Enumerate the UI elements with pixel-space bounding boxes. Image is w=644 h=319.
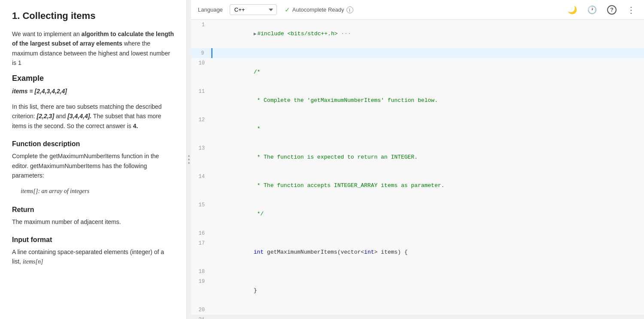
table-row: 18 [191, 267, 644, 276]
line-number: 17 [191, 238, 212, 267]
line-number: 11 [191, 86, 212, 115]
intro-paragraph: We want to implement an algorithm to cal… [12, 29, 174, 68]
table-row: 15 */ [191, 200, 644, 228]
example-paragraph: In this list, there are two subsets matc… [12, 102, 174, 131]
table-row: 12 * [191, 115, 644, 143]
table-row: 1 ▶#include <bits/stdc++.h> ··· [191, 20, 644, 48]
code-text2: > items) { [374, 249, 407, 255]
line-number: 16 [191, 228, 212, 238]
input-paragraph: A line containing space-separated elemen… [12, 247, 174, 267]
line-number: 14 [191, 172, 212, 200]
items-param: items[]: an array of integers [12, 186, 174, 196]
keyword-int: int [254, 249, 264, 255]
include-directive: #include <bits/stdc++.h> [257, 31, 337, 37]
example-items-text: items = [2,4,3,4,2,4] [12, 88, 67, 95]
items-param-text: items[]: an array of integers [21, 188, 89, 194]
vertical-dots-icon: ⋮ [627, 5, 635, 15]
func-desc-heading: Function description [12, 140, 174, 148]
comment-text: /* [254, 69, 261, 75]
history-button[interactable]: 🕐 [585, 3, 599, 16]
line-number: 15 [191, 200, 212, 228]
input-math: items[n] [23, 258, 43, 265]
comment-text: * [254, 126, 261, 132]
code-lines-table: 1 ▶#include <bits/stdc++.h> ··· 9 10 /* [191, 20, 644, 319]
table-row: 16 [191, 228, 644, 238]
closing-brace: } [254, 287, 257, 294]
table-row: 20 [191, 305, 644, 315]
language-label: Language [198, 6, 223, 13]
table-row: 13 * The function is expected to return … [191, 143, 644, 172]
line-number: 12 [191, 115, 212, 143]
problem-description-panel: 1. Collecting items We want to implement… [0, 0, 187, 319]
line-number: 9 [191, 48, 212, 58]
line-content: * The function is expected to return an … [212, 143, 644, 172]
line-content: ▶#include <bits/stdc++.h> ··· [212, 20, 644, 48]
line-number: 18 [191, 267, 212, 276]
line-content: /* [212, 58, 644, 86]
line-number: 19 [191, 276, 212, 305]
line-content [212, 267, 644, 276]
panel-divider[interactable] [187, 0, 191, 319]
autocomplete-check-icon: ✓ [285, 6, 290, 14]
divider-dot-2 [188, 159, 190, 160]
table-row: 9 [191, 48, 644, 58]
example-answer: 4. [133, 123, 138, 129]
line-content[interactable] [212, 48, 644, 58]
autocomplete-info-icon[interactable]: i [346, 6, 353, 13]
intro-text: We want to implement an [12, 31, 82, 37]
line-content [212, 305, 644, 315]
code-text: getMaximumNumberItems(vector< [264, 249, 364, 255]
table-row: 14 * The function accepts INTEGER_ARRAY … [191, 172, 644, 200]
line-content: int getMaximumNumberItems(vector<int> it… [212, 238, 644, 267]
line-content: */ [212, 200, 644, 228]
line-content [212, 228, 644, 238]
table-row: 11 * Complete the 'getMaximumNumberItems… [191, 86, 644, 115]
table-row: 10 /* [191, 58, 644, 86]
line-number: 20 [191, 305, 212, 315]
line-content: * [212, 115, 644, 143]
keyword-int2: int [364, 249, 374, 255]
line-number: 21 [191, 315, 212, 319]
input-format-heading: Input format [12, 236, 174, 244]
comment-text: */ [254, 211, 264, 217]
help-button[interactable]: ? [605, 3, 619, 16]
line-content: * Complete the 'getMaximumNumberItems' f… [212, 86, 644, 115]
subset2: [3,4,4,4]. [67, 113, 91, 120]
line-content: } [212, 276, 644, 305]
line-number: 13 [191, 143, 212, 172]
example-and: and [54, 113, 67, 120]
comment-text: * The function is expected to return an … [254, 154, 418, 160]
moon-icon: 🌙 [568, 5, 577, 15]
example-heading: Example [12, 74, 174, 83]
history-icon: 🕐 [587, 5, 597, 15]
table-row: 17 int getMaximumNumberItems(vector<int>… [191, 238, 644, 267]
editor-toolbar: Language C++ Java Python 3 Python 2 Java… [191, 0, 644, 20]
language-select[interactable]: C++ Java Python 3 Python 2 JavaScript [230, 4, 277, 15]
code-editor-panel: Language C++ Java Python 3 Python 2 Java… [191, 0, 644, 319]
line-content: ▶int main() ··· [212, 315, 644, 319]
divider-dot-3 [188, 162, 190, 164]
collapsed-indicator: ··· [337, 31, 351, 37]
divider-dot-1 [188, 155, 190, 157]
comment-text: * The function accepts INTEGER_ARRAY ite… [254, 182, 445, 189]
return-paragraph: The maximum number of adjacent items. [12, 217, 174, 227]
table-row: 19 } [191, 276, 644, 305]
func-desc-paragraph: Complete the getMaximumNumberItems funct… [12, 151, 174, 180]
dark-mode-button[interactable]: 🌙 [565, 3, 580, 16]
fold-arrow[interactable]: ▶ [254, 31, 257, 37]
autocomplete-badge: ✓ Autocomplete Ready i [285, 6, 353, 14]
line-number: 10 [191, 58, 212, 86]
autocomplete-text: Autocomplete Ready [292, 6, 344, 13]
line-number: 1 [191, 20, 212, 48]
example-items: items = [2,4,3,4,2,4] [12, 86, 174, 96]
comment-text: * Complete the 'getMaximumNumberItems' f… [254, 97, 438, 104]
question-icon: ? [607, 5, 617, 15]
return-heading: Return [12, 206, 174, 214]
line-content: * The function accepts INTEGER_ARRAY ite… [212, 172, 644, 200]
more-options-button[interactable]: ⋮ [624, 3, 637, 17]
table-row: 21 ▶int main() ··· [191, 315, 644, 319]
code-editor[interactable]: 1 ▶#include <bits/stdc++.h> ··· 9 10 /* [191, 20, 644, 319]
subset1: [2,2,3] [37, 113, 54, 120]
problem-title: 1. Collecting items [12, 10, 174, 21]
